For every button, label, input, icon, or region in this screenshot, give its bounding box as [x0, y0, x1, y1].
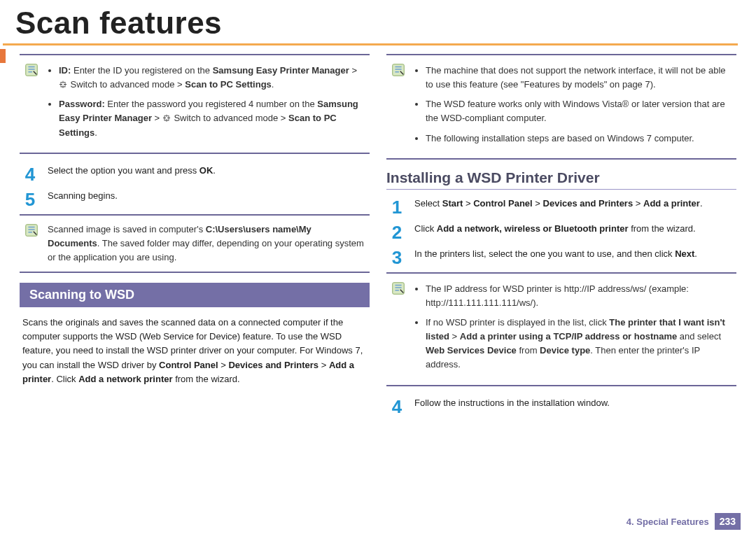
note-box-3: The machine that does not support the ne… — [386, 54, 736, 160]
step-number-3: 3 — [389, 247, 405, 267]
note-icon — [391, 62, 406, 78]
r-step-4-row: 4 Follow the instructions in the install… — [389, 396, 736, 416]
step-number-5: 5 — [22, 189, 38, 209]
note1-password-bullet: Password: Enter the password you registe… — [59, 97, 364, 139]
accent-strip — [0, 49, 6, 63]
wsd-intro-para: Scans the originals and saves the scanne… — [22, 316, 367, 386]
r-step-1-row: 1 Select Start > Control Panel > Devices… — [389, 197, 736, 216]
note-icon — [391, 281, 406, 296]
note-box-2: Scanned image is saved in computer's C:\… — [20, 214, 370, 273]
step-number-2: 2 — [389, 222, 405, 241]
right-column: The machine that does not support the ne… — [386, 54, 736, 421]
note-icon — [24, 62, 39, 78]
note3-bullet-3: The following installation steps are bas… — [426, 132, 731, 146]
note3-bullet-1: The machine that does not support the ne… — [426, 64, 731, 92]
r-step-3-text: In the printers list, select the one you… — [414, 247, 736, 267]
step-4-row: 4 Select the option you want and press O… — [22, 164, 370, 183]
page-title: Scan features — [15, 6, 756, 41]
step-number-1: 1 — [389, 197, 405, 216]
step-4-text: Select the option you want and press OK. — [48, 164, 370, 183]
content-columns: ID: Enter the ID you registered on the S… — [0, 45, 756, 421]
left-column: ID: Enter the ID you registered on the S… — [20, 54, 370, 421]
step-5-row: 5 Scanning begins. — [22, 189, 370, 209]
r-step-2-text: Click Add a network, wireless or Bluetoo… — [414, 222, 736, 241]
note-icon — [24, 223, 39, 238]
section-bar-wsd: Scanning to WSD — [20, 283, 370, 307]
note3-bullet-2: The WSD feature works only with Windows … — [426, 97, 731, 125]
step-5-text: Scanning begins. — [48, 189, 370, 209]
note-box-1: ID: Enter the ID you registered on the S… — [20, 54, 370, 154]
note-box-4: The IP address for WSD printer is http:/… — [386, 272, 736, 386]
note4-bullet-1: The IP address for WSD printer is http:/… — [426, 282, 731, 310]
page-footer: 4. Special Features 233 — [626, 513, 741, 530]
footer-chapter-label: 4. Special Features — [626, 517, 709, 527]
r-step-4-text: Follow the instructions in the installat… — [414, 396, 736, 416]
r-step-3-row: 3 In the printers list, select the one y… — [389, 247, 736, 267]
note2-text: Scanned image is saved in computer's C:\… — [48, 223, 364, 265]
r-step-2-row: 2 Click Add a network, wireless or Bluet… — [389, 222, 736, 241]
step-number-4b: 4 — [389, 396, 405, 416]
r-step-1-text: Select Start > Control Panel > Devices a… — [414, 197, 736, 216]
page-number: 233 — [715, 513, 741, 530]
step-number-4: 4 — [22, 164, 38, 183]
note4-bullet-2: If no WSD printer is displayed in the li… — [426, 316, 731, 372]
subheading-install-wsd: Installing a WSD Printer Driver — [386, 169, 736, 190]
note1-id-bullet: ID: Enter the ID you registered on the S… — [59, 64, 364, 92]
